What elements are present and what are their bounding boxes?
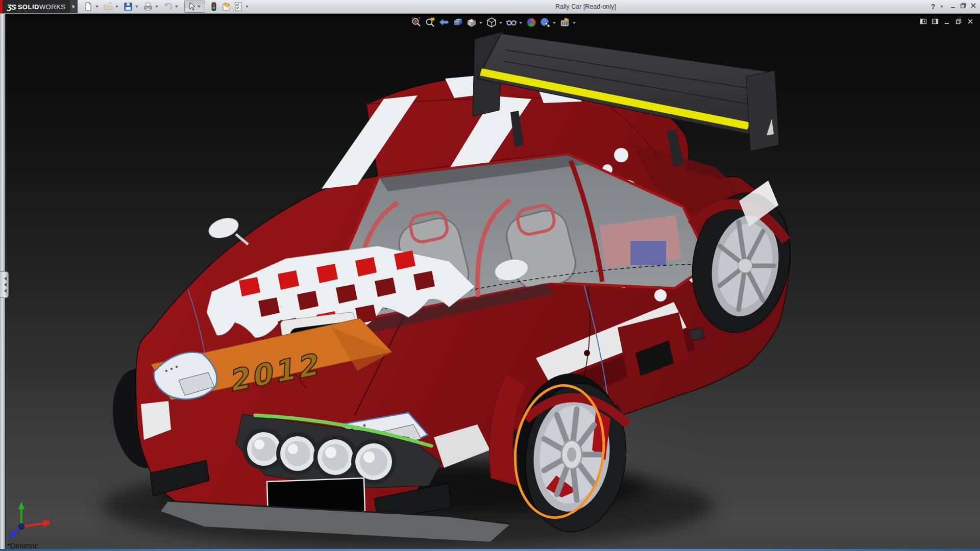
undo-dropdown[interactable] — [175, 6, 178, 9]
help-dropdown[interactable] — [940, 6, 943, 9]
select-tool[interactable] — [184, 1, 205, 13]
options-dropdown[interactable] — [246, 6, 249, 9]
menu-expand-button[interactable] — [70, 0, 78, 13]
options-checklist-icon[interactable] — [233, 1, 244, 12]
open-icon[interactable] — [103, 1, 114, 12]
comment-note-icon[interactable] — [220, 1, 232, 12]
reference-triad — [6, 500, 55, 541]
restore-icon[interactable] — [960, 2, 967, 11]
window-controls: ? — [929, 0, 977, 13]
save-icon[interactable] — [122, 1, 134, 12]
open-dropdown[interactable] — [115, 6, 118, 9]
rally-car-model: 2012 — [0, 14, 980, 549]
status-edge-line — [0, 549, 980, 551]
print-icon[interactable] — [142, 1, 154, 12]
minimize-icon[interactable] — [949, 2, 957, 11]
print-dropdown[interactable] — [155, 6, 158, 9]
titlebar: ƷS SOLIDWORKS — [0, 0, 980, 14]
graphics-viewport[interactable]: 2012 — [0, 14, 980, 549]
help-icon[interactable]: ? — [929, 3, 937, 11]
collapse-arrow-icon — [2, 289, 7, 293]
standard-toolbar — [83, 0, 252, 13]
expand-arrow-icon — [72, 5, 77, 9]
collapse-arrow-icon — [2, 283, 7, 287]
rebuild-traffic-light-icon[interactable] — [208, 1, 219, 12]
select-dropdown[interactable] — [198, 6, 201, 9]
ds-logo-mark: ƷS — [7, 3, 15, 11]
undo-icon[interactable] — [162, 1, 174, 12]
new-dropdown[interactable] — [95, 6, 99, 9]
select-cursor-icon — [186, 1, 197, 12]
save-dropdown[interactable] — [135, 6, 138, 9]
solidworks-logo: ƷS SOLIDWORKS — [3, 0, 70, 13]
collapse-arrow-icon — [2, 277, 7, 281]
left-mirror — [206, 215, 248, 244]
new-document-icon[interactable] — [83, 1, 94, 12]
document-title: Rally Car [Read-only] — [555, 3, 616, 10]
brand-bold: SOLID — [18, 3, 39, 11]
brand-light: WORKS — [39, 3, 66, 11]
feature-pane-collapse-tab[interactable] — [0, 271, 9, 298]
close-icon[interactable] — [970, 2, 977, 11]
